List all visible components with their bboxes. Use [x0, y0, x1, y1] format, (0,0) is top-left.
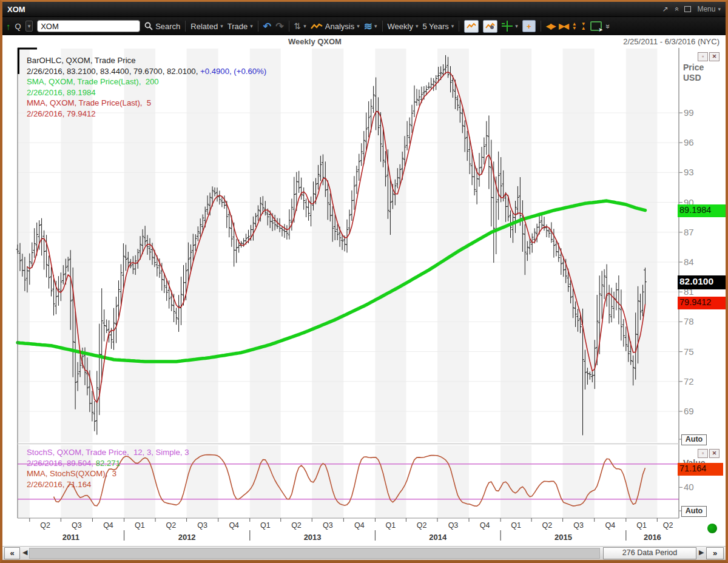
- divider: [185, 21, 186, 32]
- add-panel-button[interactable]: +: [522, 20, 536, 32]
- scroll-left-icon[interactable]: ◀: [22, 548, 27, 556]
- sub-legend-line-segment: 82.271: [96, 459, 120, 468]
- sub-legend-line-segment: MMA, StochS(QXOM), 3: [27, 469, 116, 478]
- app-window: XOM ↗ » Menu ▾ ↑ Q ▾ Search Related ▾: [0, 0, 728, 563]
- menu-button[interactable]: Menu ▾: [697, 5, 721, 13]
- x-axis-quarter-label: Q4: [351, 521, 367, 530]
- symbol-input[interactable]: [37, 20, 140, 32]
- search-button[interactable]: Search: [144, 22, 180, 31]
- chevron-down-icon: ▾: [515, 23, 518, 29]
- price-axis-tick-label: 93: [684, 167, 694, 177]
- close-panel-icon[interactable]: ✕: [709, 52, 720, 61]
- x-axis-quarter-label: Q4: [602, 521, 618, 530]
- chevron-down-icon: ▾: [28, 23, 31, 29]
- chevron-down-icon: ▾: [374, 23, 377, 29]
- compress-vertical-button[interactable]: ▼▲: [581, 22, 586, 30]
- main-legend-line: BarOHLC, QXOM, Trade Price: [27, 55, 136, 66]
- divider: [289, 21, 289, 32]
- main-legend-line: SMA, QXOM, Trade Price(Last), 200: [27, 76, 159, 87]
- chart-date-range: 2/25/2011 - 6/3/2016 (NYC): [623, 37, 720, 46]
- x-axis-quarter-label: Q1: [508, 521, 524, 530]
- range-dropdown[interactable]: 5 Years ▾: [422, 22, 454, 31]
- restore-panel-icon[interactable]: ▫: [698, 449, 708, 458]
- plus-icon: +: [527, 22, 531, 31]
- x-axis-year-label: 2015: [550, 533, 576, 542]
- status-green-dot: [707, 524, 717, 533]
- collapse-icon[interactable]: »: [673, 7, 680, 12]
- price-badge: 89.1984: [678, 204, 726, 217]
- price-axis-auto-button[interactable]: Auto: [681, 434, 707, 445]
- window-title: XOM: [7, 5, 25, 14]
- sort-settings-button[interactable]: ⇅ ▾: [294, 21, 306, 31]
- quote-up-arrow-icon[interactable]: ↑: [6, 21, 11, 32]
- symbol-type-label: Q: [15, 22, 21, 31]
- sub-legend-line: 2/26/2016, 71.164: [27, 479, 91, 490]
- periodicity-dropdown[interactable]: Weekly ▾: [388, 22, 419, 31]
- undo-icon[interactable]: ↶: [263, 21, 271, 32]
- trade-button[interactable]: Trade ▾: [228, 22, 253, 31]
- x-axis-quarter-label: Q4: [226, 521, 242, 530]
- chevron-down-icon: ▾: [451, 23, 454, 29]
- price-axis-tick-label: 72: [684, 376, 694, 386]
- symbol-type-dropdown[interactable]: ▾: [25, 21, 33, 32]
- zoom-select-button[interactable]: ➤: [590, 21, 602, 31]
- crosshair-icon: [502, 21, 513, 32]
- main-legend-line: 2/26/2016, 79.9412: [27, 109, 96, 120]
- crosshair-button[interactable]: ▾: [502, 21, 518, 32]
- price-axis-tick-label: 99: [684, 107, 694, 118]
- maximize-icon[interactable]: [684, 6, 691, 12]
- divider: [459, 21, 459, 32]
- x-axis-year-label: 2011: [58, 533, 84, 542]
- price-axis-title: Price USD: [683, 62, 704, 83]
- divider: [382, 21, 383, 32]
- scrollbar-track[interactable]: [29, 548, 600, 559]
- restore-panel-icon[interactable]: ▫: [698, 52, 708, 61]
- x-axis-quarter-label: Q2: [660, 521, 676, 530]
- compress-horizontal-button[interactable]: ▶◀: [559, 22, 567, 30]
- price-axis-tick-label: 84: [684, 257, 694, 267]
- close-panel-icon[interactable]: ✕: [709, 449, 720, 458]
- x-axis-quarter-label: Q3: [571, 521, 587, 530]
- main-legend-line-segment: 2/26/2016, 89.1984: [27, 88, 96, 97]
- x-axis-year-label: 2012: [174, 533, 200, 542]
- x-axis-quarter-label: Q4: [100, 521, 116, 530]
- cursor-icon: ➤: [598, 27, 603, 33]
- main-legend-line: 2/26/2016, 83.2100, 83.4400, 79.6700, 82…: [27, 66, 266, 77]
- chart-edit-button[interactable]: [483, 20, 497, 33]
- main-legend-line: 2/26/2016, 89.1984: [27, 87, 96, 98]
- related-button[interactable]: Related ▾: [190, 22, 223, 31]
- chart-title: Weekly QXOM: [184, 37, 445, 46]
- price-axis-tick-label: 87: [684, 227, 694, 237]
- sub-legend-line-segment: 2/26/2016, 89.504,: [27, 459, 96, 468]
- sub-legend-line: MMA, StochS(QXOM), 3: [27, 468, 116, 479]
- main-legend-line-segment: 2/26/2016, 79.9412: [27, 109, 96, 118]
- expand-horizontal-button[interactable]: ◀▶: [546, 22, 554, 30]
- popout-icon[interactable]: ↗: [662, 5, 669, 13]
- chart-hand-icon: [485, 22, 495, 30]
- scroll-far-right-button[interactable]: »: [706, 547, 724, 559]
- sub-legend-line: 2/26/2016, 89.504, 82.271: [27, 458, 120, 469]
- x-axis-quarter-label: Q4: [477, 521, 493, 530]
- x-axis-year-label: 2013: [299, 533, 326, 542]
- value-axis-auto-button[interactable]: Auto: [681, 506, 707, 517]
- more-tools-icon[interactable]: »: [604, 24, 613, 28]
- data-period-button[interactable]: 276 Data Period: [603, 547, 696, 559]
- chevron-down-icon: ▾: [718, 6, 721, 12]
- sub-legend-line-segment: StochS, QXOM, Trade Price, 12, 3, Simple…: [27, 448, 189, 457]
- chevron-down-icon: ▾: [416, 23, 419, 29]
- analysis-button[interactable]: Analysis ▾: [311, 22, 360, 31]
- title-bar: XOM ↗ » Menu ▾: [2, 2, 726, 17]
- chart-style-button[interactable]: [464, 20, 479, 33]
- x-axis-quarter-label: Q1: [132, 521, 147, 530]
- redo-icon[interactable]: ↷: [275, 21, 283, 32]
- sub-legend-line-segment: 2/26/2016, 71.164: [27, 480, 91, 489]
- expand-vertical-button[interactable]: ▲▼: [572, 22, 577, 30]
- x-axis-quarter-label: Q2: [38, 521, 53, 530]
- chevron-down-icon: ▾: [220, 23, 223, 29]
- studies-button[interactable]: ≋ ▾: [364, 20, 377, 33]
- divider: [258, 21, 258, 32]
- scroll-far-left-button[interactable]: «: [4, 547, 20, 559]
- chart-area[interactable]: Weekly QXOM 2/25/2011 - 6/3/2016 (NYC) P…: [2, 35, 726, 546]
- scroll-right-icon[interactable]: ▶: [699, 548, 704, 556]
- divider: [541, 21, 541, 32]
